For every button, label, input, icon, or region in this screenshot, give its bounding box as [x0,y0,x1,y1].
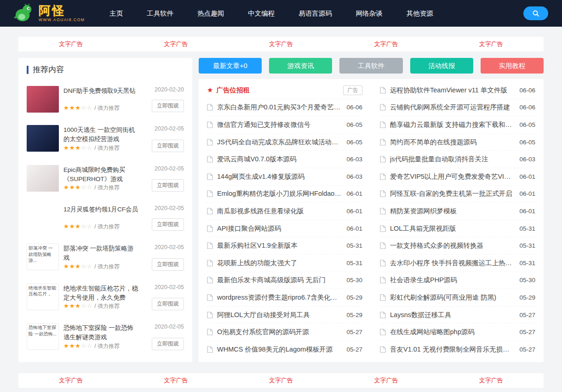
view-now-button[interactable]: 立即围观 [152,298,184,310]
article-row[interactable]: O泡易支付系统官网的源码开源05-27 [207,324,362,341]
stars-empty-icon: ☆☆ [81,223,92,230]
tab-1[interactable]: 游戏资讯 [269,58,332,74]
article-date: 05-30 [346,277,362,284]
article-row[interactable]: 音友V1.01 无视付费限制全网音乐无损免费...05-27 [380,341,535,358]
item-meta: 2020-02-20立即围观 [143,86,184,113]
document-icon [380,294,386,301]
article-row[interactable]: JS代码全自动完成京东品牌狂欢城活动任务06-05 [207,134,362,151]
text-ad[interactable]: 文字广告 [229,373,333,388]
article-row[interactable]: js代码批量批量自动取消抖音关注06-03 [380,151,535,168]
nav-item-4[interactable]: 易语言源码 [298,6,333,21]
recommended-item[interactable]: 绝地求生智能压枪芯片，绝地求生智能压枪芯片，稳定大号使用，永久免费★★★☆☆/ … [27,277,184,317]
article-row[interactable]: 彩虹代刷全解源码(可商业用途 防黑)05-29 [380,289,535,307]
article-row[interactable]: wordpress资源付费主题ripro6.7含美化包...05-29 [207,289,362,307]
view-now-button[interactable]: 立即围观 [152,100,184,112]
article-row[interactable]: 简约而不简单的在线搜题源码06-05 [380,134,535,151]
recommended-item[interactable]: 12月灵狐签约领1月CF会员★★★☆☆/ 强力推荐2020-02-05立即围观 [27,198,184,237]
item-title: 绝地求生智能压枪芯片，稳定大号使用，永久免费 [63,284,139,303]
article-row[interactable]: Emlog重构精仿老版小刀娱乐网HFoldao模...06-01 [207,186,362,203]
item-date: 2020-02-05 [155,324,184,330]
nav-item-1[interactable]: 工具软件 [146,6,174,21]
article-row[interactable]: 阿狸LOL大厅自动接受对局工具05-29 [207,307,362,324]
article-date: 05-29 [519,294,535,301]
text-ad[interactable]: 文字广告 [18,373,123,388]
article-row[interactable]: 社会语录生成PHP源码05-30 [380,272,535,290]
text-ad-label: 文字广告 [269,40,293,48]
nav-item-0[interactable]: 主页 [109,6,124,21]
article-date: 05-31 [519,225,535,232]
search-button[interactable] [523,6,548,20]
article-title: 一款支持格式众多的视频转换器 [390,241,515,250]
article-row[interactable]: 阿怪互联-自家的免费主机第一批正式开启06-01 [380,186,535,203]
document-icon [207,225,213,232]
tab-0[interactable]: 最新文章+0 [199,58,262,74]
tab-3[interactable]: 活动线报 [410,58,473,74]
article-row[interactable]: 在线生成网站缩略图php源码05-27 [380,324,535,341]
article-row[interactable]: 京东白条新用户0.01元购买3个月爱奇艺黄...06-06 [207,99,362,117]
recommended-item[interactable]: DNF助手免费领取9天黑钻★★★☆☆/ 强力推荐2020-02-20立即围观 [27,80,184,119]
bottom-ads-row: 文字广告文字广告文字广告文字广告文字广告 [18,373,544,388]
text-ad[interactable]: 文字广告 [123,37,228,51]
text-ad[interactable]: 文字广告 [333,373,438,388]
article-row[interactable]: 微信官方通知已支持修改微信号06-05 [207,116,362,134]
text-ad[interactable]: 文字广告 [123,373,228,388]
recommended-item[interactable]: 部落冲突 一款塔防策略游...部落冲突 一款塔防策略游戏★★★☆☆/ 强力推荐2… [27,237,184,277]
stars-filled-icon: ★★★ [63,104,81,111]
recommend-label: / 强力推荐 [94,303,120,309]
text-ad[interactable]: 文字广告 [18,37,123,51]
recommend-label: / 强力推荐 [94,263,120,270]
article-row[interactable]: 最新伯乐发卡商城高级版源码 无后门05-30 [207,272,362,290]
text-ad[interactable]: 文字广告 [439,37,544,51]
article-row[interactable]: Laysns数据迁移工具05-27 [380,307,535,324]
article-row[interactable]: 云铺购代刷网系统全开源可运营程序搭建06-06 [380,99,535,117]
article-row[interactable]: 酷享磁力云最新版 支持磁力搜索下载和一...06-05 [380,116,535,134]
recommended-item[interactable]: 恐怖地下室探险 一款恐怖...恐怖地下室探险 一款恐怖逃生解谜类游戏★★★☆☆/… [27,317,184,357]
recommend-label: / 强力推荐 [94,145,120,151]
article-row[interactable]: 远程协助软件TeamViewer v11 单文件版06-06 [380,82,535,99]
ad-slot-row[interactable]: ★广告位招租广告 [207,82,362,99]
article-row[interactable]: 最新乐购社区V1.9全新版本05-31 [207,237,362,255]
article-row[interactable]: LOL工具箱无限视距版05-31 [380,220,535,238]
site-logo[interactable]: 阿怪 WWW.AGUAI8.COM [14,4,85,23]
title-accent-bar [27,66,29,74]
article-row[interactable]: 去水印小程序 快手抖音视频搬运工上热门...05-31 [380,255,535,272]
text-ad[interactable]: 文字广告 [229,37,333,51]
view-now-button[interactable]: 立即围观 [152,218,184,231]
article-row[interactable]: 一款支持格式众多的视频转换器05-31 [380,237,535,255]
article-date: 06-01 [519,173,535,180]
view-now-button[interactable]: 立即围观 [152,258,184,271]
article-row[interactable]: 爱奇艺VIP5以上用户可免费发爱奇艺VIP红包06-01 [380,168,535,186]
article-date: 06-03 [346,156,362,163]
article-row[interactable]: 精防某资源网织梦模板06-01 [380,203,535,220]
text-ad[interactable]: 文字广告 [333,37,438,51]
article-row[interactable]: 144g网页生成v1.4修复版源码06-03 [207,168,362,186]
view-now-button[interactable]: 立即围观 [152,140,184,152]
article-row[interactable]: 南瓜影视多线路任意看绿化版06-01 [207,203,362,220]
stars-filled-icon: ★★★ [63,302,81,309]
article-row[interactable]: WHMCS 价值98美元的Lagom模板开源05-27 [207,341,362,358]
article-title: 京东白条新用户0.01元购买3个月爱奇艺黄... [217,103,342,112]
item-title: 12月灵狐签约领1月CF会员 [63,205,139,214]
item-main: 恐怖地下室探险 一款恐怖逃生解谜类游戏★★★☆☆/ 强力推荐 [63,323,139,351]
ad-badge: 广告 [343,85,362,95]
article-row[interactable]: 爱讯云商城V0.7.0版本源码06-03 [207,151,362,168]
nav-item-3[interactable]: 中文编程 [247,6,275,21]
tab-2[interactable]: 工具软件 [339,58,402,74]
recommended-item[interactable]: Epic商城限时免费购买《SUPERHOT》游戏★★★☆☆/ 强力推荐2020-… [27,159,184,199]
view-now-button[interactable]: 立即围观 [152,338,184,350]
article-date: 06-06 [519,104,535,111]
nav-item-5[interactable]: 网络杂谈 [355,6,384,21]
recommended-panel: 推荐内容 DNF助手免费领取9天黑钻★★★☆☆/ 强力推荐2020-02-20立… [18,58,192,362]
tab-4[interactable]: 实用教程 [481,58,544,74]
view-now-button[interactable]: 立即围观 [152,179,184,192]
article-row[interactable]: 花呗新上线的功能太强大了05-31 [207,255,362,272]
recommend-label: / 强力推荐 [94,223,120,230]
article-title: 最新伯乐发卡商城高级版源码 无后门 [217,276,342,284]
text-ad[interactable]: 文字广告 [439,373,544,388]
recommended-item[interactable]: 1000天逃生 一款空间街机的太空模拟经营游戏★★★☆☆/ 强力推荐2020-0… [27,119,184,159]
article-row[interactable]: API接口聚合网站源码06-01 [207,220,362,238]
document-icon [380,104,386,111]
nav-item-6[interactable]: 其他资源 [406,6,434,21]
nav-item-2[interactable]: 热点趣闻 [196,6,225,21]
text-ad-label: 文字广告 [374,376,398,385]
